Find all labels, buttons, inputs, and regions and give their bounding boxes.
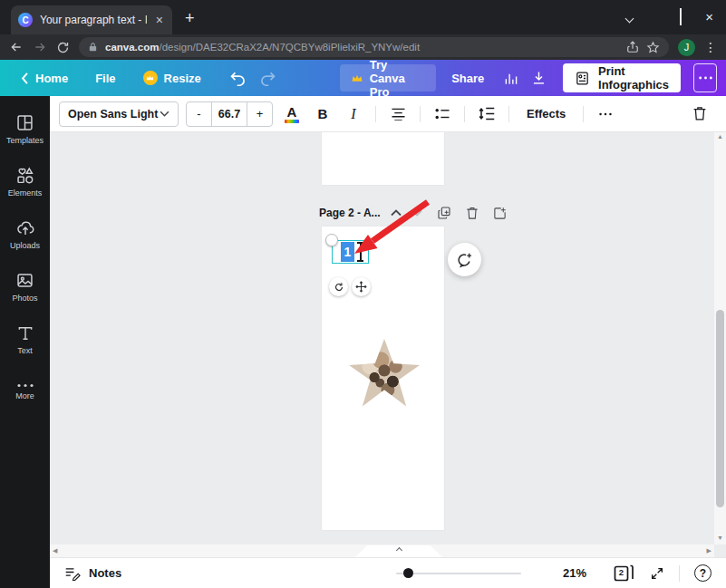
uploads-icon	[15, 218, 35, 237]
font-size-increase-button[interactable]: +	[247, 102, 272, 126]
bullet-list-icon[interactable]	[431, 101, 454, 127]
notes-button[interactable]: Notes	[64, 566, 121, 581]
browser-titlebar: C Your paragraph text - Infographic × + …	[0, 0, 726, 34]
page-grid-view-button[interactable]: 2	[614, 564, 634, 583]
share-page-icon[interactable]	[626, 41, 639, 53]
canva-header: Home File Resize Try Canva Pro Share	[0, 60, 726, 96]
bold-button[interactable]: B	[311, 101, 334, 127]
page-1-partial[interactable]	[322, 132, 444, 185]
effects-button[interactable]: Effects	[519, 107, 573, 120]
photos-icon	[15, 271, 34, 290]
try-canva-pro-button[interactable]: Try Canva Pro	[340, 64, 436, 92]
more-icon	[17, 383, 34, 388]
add-page-icon[interactable]	[493, 207, 507, 220]
collapse-panel-tab[interactable]	[355, 545, 442, 557]
red-pointer-arrow	[349, 198, 432, 261]
back-icon[interactable]	[9, 40, 24, 54]
browser-window: C Your paragraph text - Infographic × + …	[0, 0, 726, 588]
scroll-down-icon[interactable]: ▼	[717, 534, 723, 545]
close-window-button[interactable]: ×	[705, 13, 713, 22]
canva-favicon: C	[18, 13, 33, 27]
new-tab-button[interactable]: +	[185, 9, 195, 28]
toolbar-more-icon[interactable]	[594, 101, 617, 127]
sidebar-item-elements[interactable]: Elements	[2, 160, 49, 203]
forward-icon[interactable]	[33, 40, 47, 54]
scroll-left-icon[interactable]: ◀	[53, 547, 57, 554]
font-size-value[interactable]: 66.7	[211, 102, 247, 126]
text-align-icon[interactable]	[386, 101, 410, 127]
vertical-scrollbar[interactable]: ▲ ▼	[714, 132, 726, 545]
zoom-level: 21%	[554, 566, 586, 580]
download-icon[interactable]	[527, 64, 550, 92]
bookmark-star-icon[interactable]	[646, 41, 660, 54]
redo-icon[interactable]	[259, 71, 276, 86]
font-family-select[interactable]: Open Sans Light	[59, 101, 179, 127]
home-button[interactable]: Home	[9, 63, 80, 92]
design-canvas[interactable]: Page 2 - A... 1	[50, 132, 726, 557]
pro-crown-icon	[143, 71, 158, 85]
scroll-right-icon[interactable]: ▶	[707, 547, 711, 554]
print-infographics-button[interactable]: Print Infographics	[563, 63, 681, 92]
reload-icon[interactable]	[56, 41, 70, 54]
delete-element-icon[interactable]	[688, 101, 711, 127]
object-panel-sidebar: Templates Elements Uploads Photos	[0, 96, 50, 588]
insights-chart-icon[interactable]	[499, 64, 523, 92]
maximize-button[interactable]	[680, 9, 682, 25]
text-icon	[16, 324, 34, 342]
rotate-handle[interactable]	[329, 277, 348, 296]
sidebar-item-photos[interactable]: Photos	[2, 265, 49, 308]
browser-urlbar: canva.com/design/DAE32CRaX2A/N7QCBYw8iPl…	[0, 34, 726, 60]
file-menu-button[interactable]: File	[83, 63, 127, 92]
sidebar-item-uploads[interactable]: Uploads	[2, 213, 49, 255]
browser-menu-icon[interactable]: ⋮	[704, 40, 717, 54]
sidebar-item-templates[interactable]: Templates	[2, 108, 49, 150]
italic-button[interactable]: I	[342, 101, 365, 127]
elements-icon	[15, 166, 34, 185]
header-more-icon[interactable]	[693, 63, 717, 92]
browser-tab[interactable]: C Your paragraph text - Infographic ×	[11, 5, 172, 34]
tab-close-icon[interactable]: ×	[154, 14, 165, 26]
address-bar[interactable]: canva.com/design/DAE32CRaX2A/N7QCBYw8iPl…	[79, 37, 669, 57]
vertical-scroll-thumb[interactable]	[716, 310, 724, 507]
line-spacing-icon[interactable]	[475, 101, 499, 127]
help-button[interactable]: ?	[694, 564, 711, 582]
lock-icon	[88, 42, 98, 53]
url-text: canva.com/design/DAE32CRaX2A/N7QCBYw8iPl…	[105, 42, 619, 53]
status-bar: Notes 21% 2 ?	[50, 557, 726, 588]
window-menu-chevron-icon[interactable]	[626, 9, 633, 25]
font-size-stepper: - 66.7 +	[186, 101, 273, 127]
resize-button[interactable]: Resize	[131, 63, 213, 92]
crown-icon	[351, 73, 363, 83]
text-color-button[interactable]: A	[280, 101, 304, 127]
delete-page-icon[interactable]	[466, 207, 479, 220]
sidebar-item-text[interactable]: Text	[2, 318, 49, 361]
profile-avatar[interactable]: J	[678, 39, 695, 56]
duplicate-page-icon[interactable]	[437, 206, 451, 220]
font-size-decrease-button[interactable]: -	[187, 102, 211, 126]
undo-icon[interactable]	[229, 71, 247, 86]
printer-icon	[575, 71, 590, 86]
sidebar-item-more[interactable]: More	[2, 371, 49, 413]
zoom-slider-knob[interactable]	[403, 568, 413, 578]
zoom-slider[interactable]	[396, 573, 521, 574]
page-count: 2	[615, 567, 627, 577]
templates-icon	[15, 113, 34, 132]
notes-icon	[64, 566, 81, 581]
selection-corner-handle[interactable]	[325, 234, 338, 246]
fullscreen-icon[interactable]	[650, 566, 664, 581]
rainbow-color-bar	[285, 120, 299, 123]
text-format-toolbar: Open Sans Light - 66.7 + A B I	[50, 96, 726, 132]
share-button[interactable]: Share	[440, 63, 496, 92]
tab-title: Your paragraph text - Infographic	[40, 14, 147, 26]
chevron-down-icon	[160, 111, 169, 117]
move-handle[interactable]	[352, 277, 371, 296]
add-comment-button[interactable]	[448, 243, 481, 276]
scroll-up-icon[interactable]: ▲	[717, 132, 723, 143]
